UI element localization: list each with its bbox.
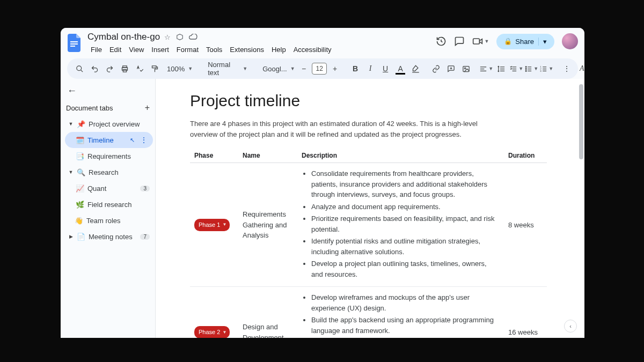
menu-accessibility[interactable]: Accessibility xyxy=(290,44,335,55)
cloud-status-icon[interactable] xyxy=(189,34,197,40)
avatar[interactable] xyxy=(562,33,578,49)
numbered-list-icon[interactable]: 123▼ xyxy=(539,62,553,76)
svg-rect-0 xyxy=(70,41,78,42)
sidebar-item-field-research[interactable]: 🌿 Field research xyxy=(65,196,153,212)
style-select[interactable]: Normal text▼ xyxy=(203,62,252,76)
col-duration: Duration xyxy=(504,149,547,163)
list-item: Identify potential risks and outline mit… xyxy=(311,236,500,257)
page-title: Project timeline xyxy=(190,92,547,110)
pin-icon: 📌 xyxy=(77,120,85,128)
redo-icon[interactable] xyxy=(103,62,116,76)
menu-extensions[interactable]: Extensions xyxy=(226,44,267,55)
phase-description: Consolidate requirements from healthcare… xyxy=(297,163,504,287)
share-button[interactable]: 🔒 Share ▾ xyxy=(496,34,554,49)
highlight-icon[interactable] xyxy=(408,62,422,76)
align-icon[interactable]: ▼ xyxy=(479,62,493,76)
explore-button[interactable]: ‹ xyxy=(564,320,577,333)
more-icon[interactable]: ⋮ xyxy=(138,136,150,144)
intro-paragraph: There are 4 phases in this project with … xyxy=(190,119,501,140)
badge: 7 xyxy=(140,234,150,240)
phase-duration: 16 weeks xyxy=(504,287,547,338)
share-label: Share xyxy=(515,38,534,46)
sidebar-item-quant[interactable]: 📈 Quant 3 xyxy=(65,180,153,196)
svg-rect-2 xyxy=(70,46,75,47)
document-area[interactable]: Project timeline There are 4 phases in t… xyxy=(155,79,584,338)
history-icon[interactable] xyxy=(436,36,447,47)
checklist-icon[interactable]: ▼ xyxy=(509,62,523,76)
col-phase: Phase xyxy=(190,149,238,163)
print-icon[interactable] xyxy=(118,62,131,76)
move-icon[interactable] xyxy=(176,33,184,41)
header: Cymbal on-the-go ☆ File Edit View Insert… xyxy=(61,28,584,55)
link-icon[interactable] xyxy=(429,62,443,76)
list-item: Prioritize requirements based on feasibi… xyxy=(311,213,500,234)
sidebar-item-timeline[interactable]: 🗓️ Timeline ↖ ⋮ xyxy=(65,132,153,148)
text-color-icon[interactable]: A xyxy=(393,62,407,76)
search-icon: 🔍 xyxy=(77,168,85,176)
sidebar-item-requirements[interactable]: 📑 Requirements xyxy=(65,148,153,164)
list-item: Develop a project plan outlining tasks, … xyxy=(311,258,500,279)
menu-format[interactable]: Format xyxy=(173,44,202,55)
menu-view[interactable]: View xyxy=(126,44,147,55)
document-icon: 📑 xyxy=(76,152,84,160)
zoom-select[interactable]: 100%▼ xyxy=(163,62,197,76)
sidebar-item-project-overview[interactable]: ▼ 📌 Project overview xyxy=(65,116,153,132)
sidebar-title: Document tabs xyxy=(66,104,113,112)
calendar-icon: 🗓️ xyxy=(76,136,84,144)
line-spacing-icon[interactable] xyxy=(494,62,508,76)
menu-help[interactable]: Help xyxy=(268,44,289,55)
underline-icon[interactable]: U xyxy=(378,62,392,76)
table-row: Phase 2▼Design and DevelopmentDevelop wi… xyxy=(190,287,547,338)
paint-format-icon[interactable] xyxy=(148,62,162,76)
menu-file[interactable]: File xyxy=(87,44,105,55)
insert-image-icon[interactable] xyxy=(459,62,473,76)
cursor-icon: ↖ xyxy=(130,137,135,144)
add-comment-icon[interactable] xyxy=(444,62,458,76)
star-icon[interactable]: ☆ xyxy=(164,33,171,41)
back-arrow-icon[interactable]: ← xyxy=(65,83,153,103)
sidebar-item-team-roles[interactable]: 👋 Team roles xyxy=(65,212,153,228)
meet-button[interactable]: ▼ xyxy=(472,37,489,46)
menu-edit[interactable]: Edit xyxy=(106,44,125,55)
font-size-increase[interactable]: + xyxy=(328,62,342,76)
menu-bar: File Edit View Insert Format Tools Exten… xyxy=(87,44,335,55)
toolbar: 100%▼ Normal text▼ Googl...▼ − 12 + B I … xyxy=(67,58,578,79)
clear-format-icon[interactable]: A✕ xyxy=(575,62,584,76)
font-size-input[interactable]: 12 xyxy=(312,63,327,75)
bullet-list-icon[interactable]: ▼ xyxy=(524,62,538,76)
badge: 3 xyxy=(140,186,150,191)
plant-icon: 🌿 xyxy=(76,201,84,209)
comments-icon[interactable] xyxy=(454,36,465,47)
chart-icon: 📈 xyxy=(76,184,84,193)
docs-logo[interactable] xyxy=(66,32,83,54)
list-item: Consolidate requirements from healthcare… xyxy=(311,168,500,200)
svg-point-13 xyxy=(525,70,526,71)
scrollbar-thumb[interactable] xyxy=(579,84,583,159)
svg-rect-3 xyxy=(473,39,480,44)
spellcheck-icon[interactable] xyxy=(133,62,147,76)
sidebar: ← Document tabs + ▼ 📌 Project overview 🗓… xyxy=(61,79,155,338)
bold-icon[interactable]: B xyxy=(348,62,362,76)
search-icon[interactable] xyxy=(72,62,86,76)
italic-icon[interactable]: I xyxy=(363,62,377,76)
share-dropdown[interactable]: ▾ xyxy=(538,38,551,46)
menu-tools[interactable]: Tools xyxy=(203,44,225,55)
font-select[interactable]: Googl...▼ xyxy=(258,62,290,76)
doc-title[interactable]: Cymbal on-the-go xyxy=(87,32,160,42)
list-item: Integrate the app with third-party APIs … xyxy=(311,337,500,338)
undo-icon[interactable] xyxy=(87,62,101,76)
font-size-decrease[interactable]: − xyxy=(297,62,311,76)
more-tools-icon[interactable]: ⋮ xyxy=(560,62,574,76)
chevron-right-icon: ▶ xyxy=(68,234,74,239)
phase-chip[interactable]: Phase 2▼ xyxy=(194,326,230,338)
add-tab-icon[interactable]: + xyxy=(145,103,150,113)
sidebar-item-research[interactable]: ▼ 🔍 Research xyxy=(65,164,153,180)
svg-point-4 xyxy=(76,65,81,70)
list-item: Analyze and document app requirements. xyxy=(311,202,500,212)
sidebar-item-meeting-notes[interactable]: ▶ 📄 Meeting notes 7 xyxy=(65,228,153,245)
title-area: Cymbal on-the-go ☆ File Edit View Insert… xyxy=(87,31,335,55)
chevron-down-icon: ▼ xyxy=(68,169,74,175)
menu-insert[interactable]: Insert xyxy=(148,44,172,55)
phase-chip[interactable]: Phase 1▼ xyxy=(194,219,230,231)
phase-duration: 8 weeks xyxy=(504,163,547,287)
